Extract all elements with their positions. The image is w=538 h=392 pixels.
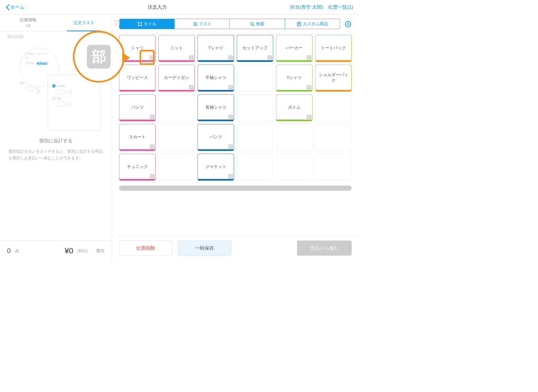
tile-department-badge: 部 [189, 85, 194, 89]
tile-department-badge: 部 [228, 85, 233, 89]
svg-rect-11 [194, 24, 197, 24]
product-tile[interactable]: パーカー部 [276, 35, 312, 62]
product-tile-empty [315, 124, 352, 151]
item-count-unit: 点 [15, 248, 19, 254]
tile-department-badge: 部 [228, 144, 233, 149]
tile-department-badge: 部 [307, 115, 311, 119]
product-tile[interactable]: 長袖シャツ部 [198, 94, 234, 121]
tile-department-badge: 部 [150, 55, 154, 60]
tile-department-badge: 部 [189, 55, 194, 60]
product-tile-empty [237, 65, 273, 92]
illus-tab1-sub: 1名 [25, 57, 53, 59]
seg-tile-label: タイル [144, 21, 156, 27]
illus-kobetsu: 個別会計 [37, 62, 48, 66]
left-toolbar: 選択削除 [0, 31, 112, 42]
svg-rect-7 [140, 25, 142, 26]
staff-link[interactable]: 担当(青空 太郎) [290, 4, 323, 10]
illus-coffee-item: coffee [57, 84, 66, 88]
svg-point-19 [299, 24, 299, 25]
product-tile[interactable]: カーディガン部 [158, 65, 195, 92]
tab-order-list[interactable]: 注文リスト [56, 15, 112, 31]
illus-tea-item: tea [57, 97, 61, 100]
svg-point-21 [298, 25, 298, 25]
product-tile-empty [237, 124, 273, 151]
product-tile[interactable]: チュニック部 [119, 154, 156, 181]
back-button[interactable]: ホーム [6, 4, 24, 10]
tax-label: (税込) [78, 248, 88, 253]
proceed-payment-button[interactable]: 支払いへ進む [297, 241, 352, 256]
calculator-icon [297, 22, 301, 26]
back-label: ホーム [10, 4, 24, 10]
product-tile[interactable]: ジャケット部 [198, 154, 234, 181]
tile-department-badge: 部 [307, 85, 311, 89]
bottom-summary: 0 点 ¥0 (税込) 割引 [0, 240, 112, 261]
notes-icon[interactable] [114, 20, 120, 26]
product-tile[interactable]: トートバック [315, 35, 352, 62]
horizontal-scrollbar[interactable] [119, 186, 352, 191]
svg-point-12 [193, 25, 194, 26]
seg-search-label: 検索 [256, 21, 265, 27]
total-price: ¥0 [65, 246, 73, 255]
illus-arrow-icon: ↷ [34, 90, 41, 94]
header-actions: 担当(青空 太郎) 伝票一覧(1) [290, 4, 353, 10]
tab-slip-info-label: 伝票情報 [20, 17, 36, 23]
settings-button[interactable] [344, 20, 352, 28]
view-segmented-control: タイル リスト 検索 カスタム商品 [119, 19, 340, 29]
chevron-left-icon [6, 4, 10, 10]
product-tile[interactable]: セットアップ部 [237, 35, 273, 62]
product-tile[interactable]: Tシャツ部 [276, 65, 312, 92]
tile-department-badge: 部 [228, 174, 233, 178]
tile-department-badge: 部 [150, 115, 154, 119]
empty-title: 個別に会計する [8, 137, 103, 144]
select-delete-button[interactable]: 選択削除 [7, 34, 24, 39]
product-tile[interactable]: 半袖シャツ部 [198, 65, 234, 92]
item-count: 0 [7, 247, 11, 255]
seg-list[interactable]: リスト [175, 19, 230, 29]
product-tile-empty [158, 154, 195, 181]
product-tile[interactable]: パンツ部 [119, 94, 156, 121]
tab-slip-info[interactable]: 伝票情報 1名 [0, 15, 56, 31]
grid-icon [138, 22, 142, 26]
svg-line-15 [253, 25, 254, 26]
slips-link[interactable]: 伝票一覧(1) [328, 4, 353, 10]
product-tile[interactable]: ワンピース [119, 65, 156, 92]
product-grid: シャツ部ニット部Tシャツ部セットアップ部パーカー部トートバックワンピースカーディ… [119, 35, 352, 181]
tab-order-list-label: 注文リスト [73, 20, 94, 25]
product-tile-empty [158, 94, 195, 121]
seg-search[interactable]: 検索 [230, 19, 285, 29]
seg-tile[interactable]: タイル [119, 19, 175, 29]
product-tile[interactable]: ショルダーバック [315, 65, 352, 92]
delete-slip-button[interactable]: 伝票削除 [119, 241, 172, 256]
temp-save-button[interactable]: 一時保存 [178, 241, 231, 256]
action-bar: 伝票削除 一時保存 支払いへ進む [112, 235, 359, 261]
svg-rect-6 [138, 25, 139, 26]
product-tile[interactable]: Tシャツ部 [198, 35, 234, 62]
illus-panel-title: 個別会計 [85, 78, 96, 81]
product-tile[interactable]: シャツ部 [119, 35, 156, 62]
product-grid-wrap: シャツ部ニット部Tシャツ部セットアップ部パーカー部トートバックワンピースカーディ… [112, 34, 359, 235]
product-tile-empty [276, 154, 312, 181]
illus-sentaku: 選択削除 [25, 62, 34, 66]
product-tile-empty [237, 94, 273, 121]
seg-custom[interactable]: カスタム商品 [285, 19, 340, 29]
discount-button[interactable]: 割引 [96, 248, 105, 254]
illus-ffee: ffee [20, 81, 25, 85]
seg-custom-label: カスタム商品 [303, 21, 328, 27]
list-icon [193, 22, 197, 26]
product-tile[interactable]: スカート部 [119, 124, 156, 151]
tile-department-badge: 部 [307, 55, 311, 60]
tile-department-badge: 部 [150, 144, 154, 149]
right-panel: タイル リスト 検索 カスタム商品 シャツ部ニット部T [112, 15, 359, 261]
svg-point-20 [300, 24, 300, 25]
product-tile[interactable]: ニット部 [158, 35, 195, 62]
svg-point-25 [347, 23, 349, 25]
svg-point-23 [300, 25, 300, 25]
svg-rect-5 [140, 22, 142, 24]
product-tile[interactable]: ボトム部 [276, 94, 312, 121]
empty-illustration: 伝票情報 注文リスト 1名 選択削除 個別会計 ffee × ↷ ‹個別会計 [20, 48, 92, 132]
product-tile[interactable]: パンツ部 [198, 124, 234, 151]
seg-list-label: リスト [199, 21, 212, 27]
illus-tab2: 注文リスト [37, 52, 48, 55]
svg-rect-13 [194, 25, 197, 26]
illus-tab1: 伝票情報 [25, 52, 34, 55]
